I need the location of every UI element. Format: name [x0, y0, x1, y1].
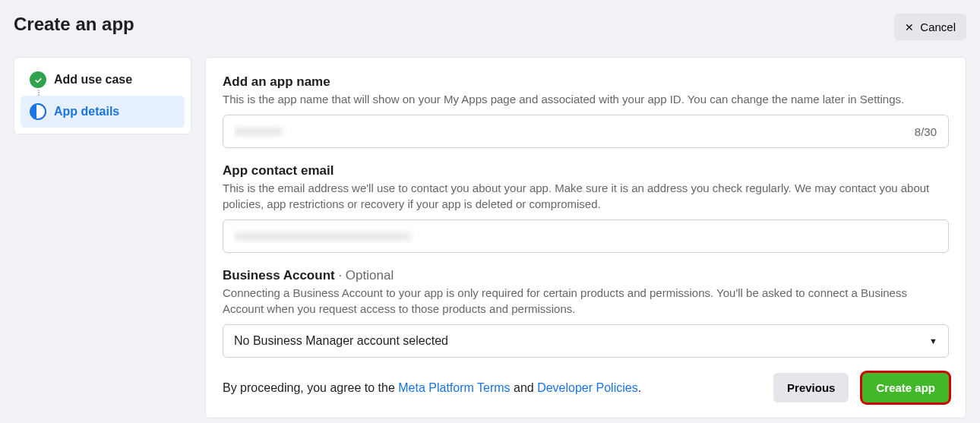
close-icon: ✕	[905, 21, 914, 33]
app-name-section: Add an app name This is the app name tha…	[223, 74, 949, 148]
wizard-sidebar: Add use case App details	[14, 57, 191, 134]
button-row: Previous Create app	[773, 373, 949, 402]
policies-link[interactable]: Developer Policies	[537, 381, 638, 394]
app-name-input-wrap: 8/30	[223, 115, 949, 148]
terms-link[interactable]: Meta Platform Terms	[398, 381, 510, 394]
main-panel: Add an app name This is the app name tha…	[205, 57, 966, 418]
business-account-select[interactable]: No Business Manager account selected ▼	[223, 324, 949, 358]
create-app-button[interactable]: Create app	[862, 373, 949, 402]
optional-label: · Optional	[335, 268, 394, 283]
section-title-text: Business Account	[223, 268, 335, 283]
footer-row: By proceeding, you agree to the Meta Pla…	[223, 373, 949, 402]
sidebar-item-label: App details	[54, 105, 119, 118]
previous-button[interactable]: Previous	[773, 373, 849, 402]
section-desc: This is the app name that will show on y…	[223, 91, 949, 107]
section-desc: This is the email address we'll use to c…	[223, 180, 949, 212]
cancel-label: Cancel	[920, 21, 956, 33]
sidebar-item-app-details[interactable]: App details	[21, 96, 185, 128]
check-circle-icon	[30, 71, 46, 88]
business-account-section: Business Account · Optional Connecting a…	[223, 268, 949, 358]
agree-text: By proceeding, you agree to the Meta Pla…	[223, 381, 641, 395]
app-name-input[interactable]	[223, 115, 949, 148]
sidebar-item-add-use-case[interactable]: Add use case	[21, 64, 185, 96]
section-desc: Connecting a Business Account to your ap…	[223, 285, 949, 317]
page-header: Create an app ✕ Cancel	[14, 14, 966, 40]
section-title: Add an app name	[223, 74, 949, 90]
page-title: Create an app	[14, 14, 134, 35]
section-title: App contact email	[223, 163, 949, 178]
sidebar-item-label: Add use case	[54, 73, 132, 87]
chevron-down-icon: ▼	[929, 336, 937, 346]
contact-email-input-wrap	[223, 219, 949, 253]
contact-email-input[interactable]	[223, 219, 949, 253]
cancel-button[interactable]: ✕ Cancel	[894, 14, 966, 40]
contact-email-section: App contact email This is the email addr…	[223, 163, 949, 253]
select-value: No Business Manager account selected	[234, 334, 448, 348]
char-count: 8/30	[915, 125, 937, 138]
half-circle-icon	[30, 103, 46, 120]
section-title: Business Account · Optional	[223, 268, 949, 283]
